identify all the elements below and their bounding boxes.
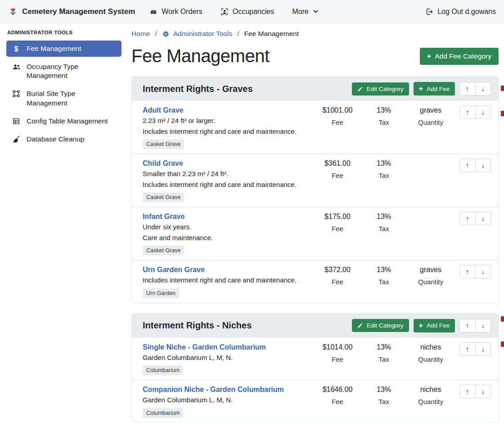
fee-quantity-column: graves Quantity	[405, 105, 456, 126]
fee-name-link[interactable]: Single Niche - Garden Columbarium	[143, 342, 313, 352]
move-fee-up-button[interactable]: ↑	[459, 212, 476, 225]
breadcrumb-separator: /	[155, 30, 157, 38]
fee-description: 2.23 m² / 24 ft² or larger.	[143, 116, 313, 126]
fee-type-badge: Casket Grave	[143, 192, 184, 202]
sidebar-item-occupancy-type-management[interactable]: Occupancy Type Management	[6, 59, 122, 84]
users-icon	[12, 63, 21, 71]
breadcrumb-admin-tools-link[interactable]: Administrator Tools	[162, 30, 233, 38]
fee-description: Smaller than 2.23 m² / 24 ft².	[143, 169, 313, 179]
fee-info: Single Niche - Garden Columbarium Garden…	[143, 342, 313, 376]
fee-description: Garden Columbarium L, M, N.	[143, 395, 313, 405]
breadcrumb-home-link[interactable]: Home	[131, 30, 150, 38]
breadcrumb-current: Fee Management	[244, 30, 299, 38]
fee-quantity-label: Quantity	[405, 278, 456, 286]
fee-tax-label: Tax	[362, 172, 405, 179]
fee-amount-label: Fee	[313, 118, 362, 126]
move-category-down-button[interactable]: ↓	[476, 319, 491, 332]
move-fee-down-button[interactable]: ↓	[476, 385, 491, 398]
fee-description: Includes interment right and care and ma…	[143, 127, 313, 137]
tulip-logo-icon	[8, 7, 18, 17]
fee-descriptions: Garden Columbarium L, M, N.	[143, 395, 313, 405]
edge-artifact	[501, 86, 504, 91]
edit-category-button[interactable]: Edit Category	[352, 82, 409, 96]
fee-amount-column: $372.00 Fee	[313, 265, 362, 286]
sidebar-item-database-cleanup[interactable]: Database Cleanup	[6, 131, 122, 147]
fee-tax-label: Tax	[362, 278, 405, 286]
fee-amount-column: $1001.00 Fee	[313, 105, 362, 126]
fee-name-link[interactable]: Child Grave	[143, 159, 313, 168]
fee-category-card: Interment Rights - Graves Edit Category …	[131, 76, 499, 303]
fee-amount: $1001.00	[313, 105, 362, 115]
move-fee-up-button[interactable]: ↑	[459, 159, 476, 172]
sidebar-item-burial-site-type-management[interactable]: Burial Site Type Management	[6, 86, 122, 111]
fee-tax-column: 13% Tax	[362, 265, 405, 286]
add-fee-category-button[interactable]: + Add Fee Category	[420, 48, 499, 65]
move-fee-down-button[interactable]: ↓	[476, 212, 491, 225]
sidebar-item-config-table-management[interactable]: Config Table Management	[6, 113, 122, 129]
fee-tax: 13%	[362, 265, 405, 275]
fee-tax-label: Tax	[362, 355, 405, 363]
fee-row: Urn Garden Grave Includes interment righ…	[132, 260, 498, 303]
fee-name-link[interactable]: Adult Grave	[143, 105, 313, 115]
category-list: Interment Rights - Graves Edit Category …	[131, 76, 499, 423]
fee-name-link[interactable]: Urn Garden Grave	[143, 265, 313, 275]
nav-more[interactable]: More	[292, 8, 318, 16]
move-fee-down-button[interactable]: ↓	[476, 159, 491, 172]
fee-amount: $1646.00	[313, 385, 362, 395]
fee-description: Includes interment right and care and ma…	[143, 180, 313, 190]
nav-occupancies[interactable]: Occupancies	[220, 8, 274, 16]
fee-name-link[interactable]: Infant Grave	[143, 212, 313, 222]
category-header: Interment Rights - Niches Edit Category …	[132, 314, 498, 338]
add-fee-button[interactable]: + Add Fee	[414, 82, 455, 96]
fee-description: Garden Columbarium L, M, N.	[143, 353, 313, 363]
occupancy-person-box-icon	[220, 8, 229, 16]
fee-amount: $372.00	[313, 265, 362, 275]
fee-reorder-controls: ↑ ↓	[459, 105, 491, 119]
logout-button[interactable]: Log Out d.gowans	[425, 8, 496, 16]
fee-description: Under six years.	[143, 222, 313, 232]
sidebar-heading: ADMINISTRATOR TOOLS	[7, 30, 122, 35]
fee-reorder-controls: ↑ ↓	[459, 159, 491, 172]
fee-tax: 13%	[362, 105, 405, 115]
plus-icon: +	[427, 53, 431, 60]
fee-row: Companion Niche - Garden Columbarium Gar…	[132, 380, 498, 423]
add-fee-button[interactable]: + Add Fee	[414, 319, 455, 332]
sidebar-item-fee-management[interactable]: $ Fee Management	[6, 41, 122, 57]
add-fee-label: Add Fee	[427, 86, 450, 92]
fee-quantity-column: niches Quantity	[405, 342, 456, 363]
move-fee-down-button[interactable]: ↓	[476, 342, 491, 356]
fee-tax-column: 13% Tax	[362, 342, 405, 363]
move-fee-up-button[interactable]: ↑	[459, 342, 476, 356]
move-fee-up-button[interactable]: ↑	[459, 105, 476, 119]
move-category-up-button[interactable]: ↑	[459, 82, 476, 96]
move-fee-up-button[interactable]: ↑	[459, 385, 476, 398]
move-fee-up-button[interactable]: ↑	[459, 265, 476, 278]
table-icon	[12, 117, 21, 125]
fee-description: Care and maintenance.	[143, 233, 313, 243]
fee-quantity-column	[405, 212, 456, 215]
chevron-down-icon	[313, 9, 319, 14]
fee-quantity: graves	[405, 105, 456, 115]
fee-type-badge: Columbarium	[143, 408, 183, 418]
move-category-down-button[interactable]: ↓	[476, 82, 491, 96]
fee-tax-label: Tax	[362, 225, 405, 232]
nav-work-orders[interactable]: Work Orders	[149, 8, 202, 16]
fee-amount-label: Fee	[313, 278, 362, 286]
fee-descriptions: Under six years.Care and maintenance.	[143, 222, 313, 243]
app-brand[interactable]: Cemetery Management System	[8, 7, 135, 17]
fee-tax-label: Tax	[362, 118, 405, 126]
fee-tax-column: 13% Tax	[362, 105, 405, 126]
move-fee-down-button[interactable]: ↓	[476, 265, 491, 278]
fee-amount-column: $175.00 Fee	[313, 212, 362, 232]
gear-icon	[162, 30, 170, 38]
edit-category-button[interactable]: Edit Category	[352, 319, 409, 332]
sidebar-nav: $ Fee Management Occupancy Type Manageme…	[6, 41, 122, 147]
fee-name-link[interactable]: Companion Niche - Garden Columbarium	[143, 385, 313, 395]
edge-artifact	[501, 111, 504, 116]
category-actions: Edit Category + Add Fee ↑ ↓	[352, 319, 491, 332]
fee-descriptions: Garden Columbarium L, M, N.	[143, 353, 313, 363]
fee-amount: $175.00	[313, 212, 362, 222]
move-category-up-button[interactable]: ↑	[459, 319, 476, 332]
fee-description: Includes interment right and care and ma…	[143, 275, 313, 286]
move-fee-down-button[interactable]: ↓	[476, 105, 491, 119]
